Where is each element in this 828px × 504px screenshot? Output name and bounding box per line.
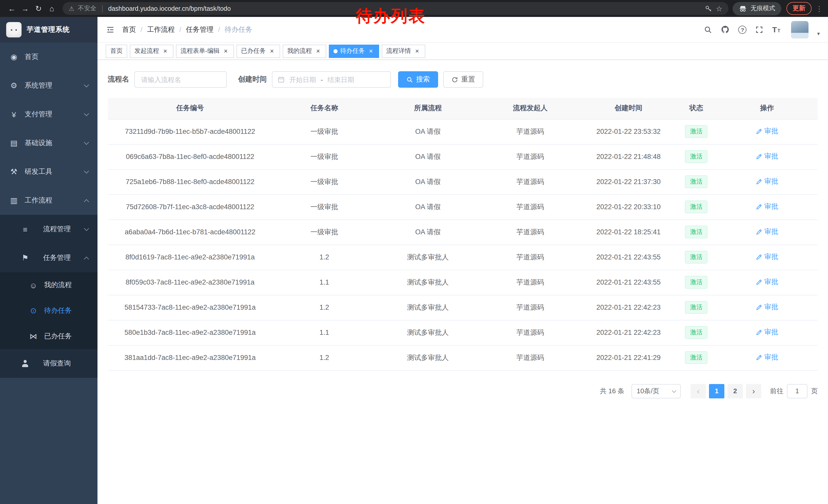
initiator-cell: 芋道源码 [480, 119, 580, 144]
status-badge: 激活 [685, 200, 708, 213]
tab-label: 流程表单-编辑 [180, 47, 219, 55]
edit-icon [756, 153, 762, 160]
password-key-icon[interactable] [705, 5, 712, 12]
action-cell: 审批 [716, 169, 818, 194]
sidebar-item-payment-mgmt[interactable]: ¥ 支付管理 [0, 100, 97, 129]
approve-link[interactable]: 审批 [756, 328, 778, 337]
page-buttons: ‹ 12› [689, 384, 763, 398]
approve-link[interactable]: 审批 [756, 202, 778, 212]
sidebar-item-system-mgmt[interactable]: ⚙ 系统管理 [0, 71, 97, 100]
created-time-cell: 2022-01-22 21:48:48 [580, 144, 676, 169]
status-badge: 激活 [685, 175, 708, 188]
reset-button[interactable]: 重置 [443, 71, 483, 88]
next-page-button[interactable]: › [746, 384, 761, 398]
process-cell: 测试多审批人 [376, 295, 480, 320]
close-icon[interactable]: × [268, 47, 276, 55]
logo-bar[interactable]: 芋道管理系统 [0, 17, 97, 43]
sidebar-item-workflow[interactable]: ▥ 工作流程 [0, 186, 97, 215]
approve-link-label: 审批 [764, 202, 778, 212]
close-icon[interactable]: × [367, 47, 374, 55]
action-cell: 审批 [716, 320, 818, 345]
app-frame: 芋道管理系统 ◉ 首页 ⚙ 系统管理 ¥ 支付管理 ▤ [0, 17, 828, 504]
avatar-caret-icon[interactable]: ▾ [817, 31, 820, 36]
sidebar-item-done-tasks[interactable]: ⋈ 已办任务 [0, 324, 97, 349]
app-logo [6, 22, 22, 37]
approve-link-label: 审批 [764, 127, 778, 136]
github-icon[interactable] [721, 25, 730, 34]
font-size-icon[interactable]: TT [772, 25, 780, 34]
edit-icon [756, 279, 762, 286]
tab-my-processes[interactable]: 我的流程× [283, 44, 326, 58]
page-button-1[interactable]: 1 [709, 384, 724, 398]
back-icon[interactable]: ← [5, 2, 18, 15]
update-label: 更新 [793, 4, 805, 13]
action-cell: 审批 [716, 244, 818, 270]
task-id-cell: 75d72608-7b7f-11ec-a3c8-acde48001122 [108, 194, 273, 220]
approve-link[interactable]: 审批 [756, 177, 778, 186]
breadcrumb-item[interactable]: 首页 [122, 25, 136, 34]
sidebar-item-my-processes[interactable]: ☺ 我的流程 [0, 272, 97, 298]
fullscreen-icon[interactable] [755, 26, 763, 34]
page-button-2[interactable]: 2 [728, 384, 743, 398]
approve-link-label: 审批 [764, 152, 778, 161]
tab-todo-tasks[interactable]: 待办任务× [329, 44, 379, 58]
close-icon[interactable]: × [315, 47, 322, 55]
approve-link[interactable]: 审批 [756, 353, 778, 362]
bookmark-star-icon[interactable]: ☆ [716, 4, 722, 12]
created-time-cell: 2022-01-22 21:37:30 [580, 169, 676, 194]
edit-icon [756, 203, 762, 210]
initiator-cell: 芋道源码 [480, 320, 580, 345]
sidebar-item-home[interactable]: ◉ 首页 [0, 43, 97, 71]
close-icon[interactable]: × [162, 47, 169, 55]
sidebar-item-task-mgmt[interactable]: ⚑ 任务管理 [0, 243, 97, 272]
close-icon[interactable]: × [413, 47, 421, 55]
prev-page-button[interactable]: ‹ [691, 384, 706, 398]
sidebar-item-process-mgmt[interactable]: ≡ 流程管理 [0, 215, 97, 243]
tab-process-form-edit[interactable]: 流程表单-编辑× [176, 44, 234, 58]
user-avatar[interactable] [791, 21, 809, 38]
process-cell: 测试多审批人 [376, 244, 480, 270]
tab-home[interactable]: 首页 [106, 44, 127, 58]
tab-process-detail[interactable]: 流程详情× [382, 44, 425, 58]
date-range-picker[interactable]: - [272, 71, 391, 88]
approve-link[interactable]: 审批 [756, 127, 778, 136]
tab-initiate-process[interactable]: 发起流程× [130, 44, 173, 58]
breadcrumb-item[interactable]: 工作流程 [147, 25, 175, 34]
sidebar-item-leave-query[interactable]: 请假查询 [0, 349, 97, 378]
task-name-cell: 一级审批 [273, 194, 376, 220]
home-icon[interactable]: ⌂ [45, 2, 58, 15]
table-body: 73211d9d-7b9b-11ec-b5b7-acde48001122一级审批… [108, 119, 818, 370]
end-date-input[interactable] [325, 76, 357, 83]
start-date-input[interactable] [287, 76, 319, 83]
task-id-cell: a6aba0a4-7b6d-11ec-b781-acde48001122 [108, 220, 273, 244]
help-icon[interactable]: ? [739, 26, 747, 34]
annotation-overlay: 待办列表 [356, 5, 426, 28]
approve-link[interactable]: 审批 [756, 227, 778, 237]
goto-page-input[interactable] [787, 384, 808, 398]
column-header: 所属流程 [376, 98, 480, 119]
browser-menu-icon[interactable]: ⋮ [816, 4, 823, 12]
approve-link[interactable]: 审批 [756, 303, 778, 312]
forward-icon[interactable]: → [18, 2, 32, 15]
sidebar-item-dev-tools[interactable]: ⚒ 研发工具 [0, 157, 97, 186]
process-name-input[interactable] [134, 71, 227, 88]
update-button[interactable]: 更新 [786, 2, 812, 15]
sidebar-item-todo-tasks[interactable]: ⊙ 待办任务 [0, 298, 97, 324]
initiator-cell: 芋道源码 [480, 220, 580, 244]
approve-link[interactable]: 审批 [756, 278, 778, 287]
approve-link[interactable]: 审批 [756, 253, 778, 262]
search-icon[interactable] [704, 26, 712, 34]
search-button[interactable]: 搜索 [398, 71, 438, 88]
page-size-select[interactable]: 10条/页 [631, 384, 681, 398]
tab-done-tasks[interactable]: 已办任务× [237, 44, 280, 58]
chevron-down-icon [84, 111, 89, 116]
menu-label: 研发工具 [25, 167, 79, 176]
sidebar-item-infrastructure[interactable]: ▤ 基础设施 [0, 129, 97, 157]
search-icon [406, 76, 413, 83]
sidebar-collapse-icon[interactable] [106, 26, 115, 34]
status-cell: 激活 [676, 144, 716, 169]
breadcrumb-item[interactable]: 任务管理 [186, 25, 214, 34]
approve-link[interactable]: 审批 [756, 152, 778, 161]
close-icon[interactable]: × [222, 47, 229, 55]
reload-icon[interactable]: ↻ [32, 2, 45, 15]
